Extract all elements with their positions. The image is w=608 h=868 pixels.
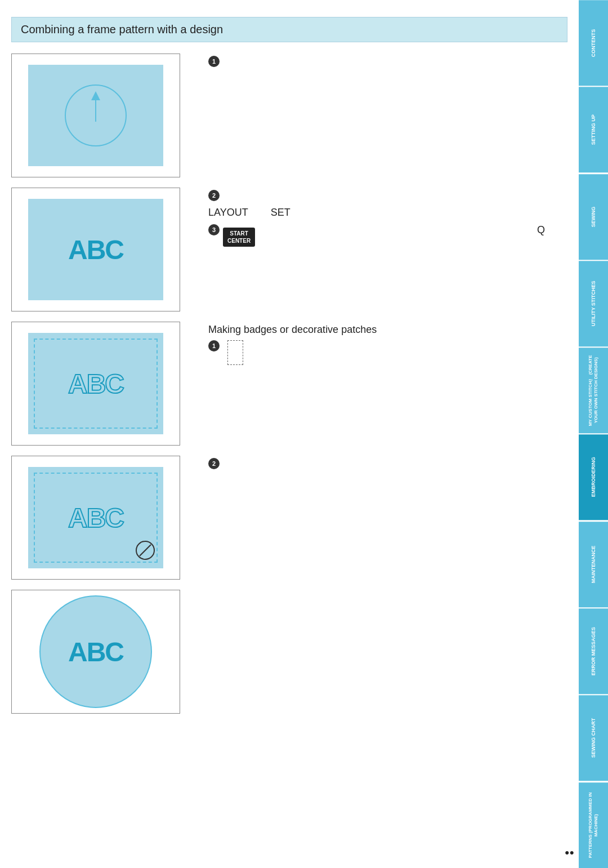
- step-2-number: 2: [208, 190, 220, 201]
- section-3: ABC Making badges or decorative patches …: [11, 322, 567, 446]
- image-col-3: ABC: [11, 322, 191, 446]
- content-col-2: 2 LAYOUT SET 3 STARTCENTER Q: [208, 188, 567, 311]
- main-content: Combining a frame pattern with a design …: [0, 0, 579, 868]
- abc-text-solid: ABC: [68, 234, 123, 265]
- sidebar-tab-sewing[interactable]: SEWING: [579, 174, 608, 260]
- cancel-icon: [135, 540, 155, 560]
- badges-step-1-number: 1: [208, 340, 220, 351]
- image-inner-1: [28, 65, 163, 166]
- sidebar-tab-my-custom-stitch[interactable]: MY CUSTOM STITCH™ (CREATE YOUR OWN STITC…: [579, 348, 608, 433]
- content-col-1: 1: [208, 54, 567, 177]
- page-title: Combining a frame pattern with a design: [11, 17, 567, 42]
- sidebar-tab-maintenance[interactable]: MAINTENANCE: [579, 522, 608, 607]
- image-box-2: ABC: [11, 188, 180, 311]
- section-2: ABC 2 LAYOUT SET 3 STARTCENTER Q: [11, 188, 567, 311]
- content-col-3: Making badges or decorative patches 1: [208, 322, 567, 446]
- svg-line-1: [140, 545, 151, 556]
- page-numbers: ●●: [565, 848, 574, 857]
- image-inner-3: ABC: [28, 333, 163, 434]
- badges-step-1-row: 1: [208, 340, 567, 369]
- sidebar: CONTENTS SETTING UP SEWING UTILITY STITC…: [579, 0, 608, 868]
- image-col-5: ABC: [11, 590, 191, 714]
- step-3-row: 3 STARTCENTER Q: [208, 224, 567, 250]
- small-rect-icon: [227, 340, 243, 365]
- page-num-filled: ●: [565, 848, 569, 857]
- image-box-4: ABC: [11, 456, 180, 580]
- layout-set-row: LAYOUT SET: [208, 207, 567, 219]
- q-label: Q: [537, 224, 545, 236]
- badges-title: Making badges or decorative patches: [208, 324, 567, 336]
- sidebar-tab-sewing-chart[interactable]: SEWING CHART: [579, 695, 608, 781]
- content-col-4: 2: [208, 456, 567, 580]
- section-1: 1: [11, 54, 567, 177]
- step-2-row: 2: [208, 190, 567, 201]
- image-col-2: ABC: [11, 188, 191, 311]
- image-box-3: ABC: [11, 322, 180, 446]
- image-col-1: [11, 54, 191, 177]
- page-num-outline: ●: [570, 848, 574, 857]
- image-box-1: [11, 54, 180, 177]
- circle-frame: [65, 84, 127, 146]
- image-box-5: ABC: [11, 590, 180, 714]
- section-5: ABC: [11, 590, 567, 714]
- content-col-5: [208, 590, 567, 714]
- sidebar-tab-contents[interactable]: CONTENTS: [579, 0, 608, 86]
- image-inner-2: ABC: [28, 199, 163, 300]
- layout-label: LAYOUT: [208, 207, 248, 219]
- start-center-button[interactable]: STARTCENTER: [223, 228, 255, 247]
- set-label: SET: [271, 207, 290, 219]
- step-3-content: STARTCENTER: [223, 228, 255, 247]
- dashed-rect-overlay: [34, 339, 158, 429]
- image-inner-4: ABC: [28, 467, 163, 568]
- badges-step-1-text: [223, 340, 567, 369]
- sidebar-tab-error-messages[interactable]: ERROR MESSAGES: [579, 608, 608, 694]
- circle-abc-image: ABC: [39, 595, 152, 708]
- badges-step-2-row: 2: [208, 458, 567, 469]
- step-1-number: 1: [208, 56, 220, 67]
- section-4: ABC 2: [11, 456, 567, 580]
- step-3-number: 3: [208, 224, 220, 235]
- badges-step-2-number: 2: [208, 458, 220, 469]
- abc-text-circle: ABC: [68, 636, 123, 667]
- image-col-4: ABC: [11, 456, 191, 580]
- sidebar-tab-setting-up[interactable]: SETTING UP: [579, 87, 608, 172]
- sidebar-tab-utility-stitches[interactable]: UTILITY STITCHES: [579, 261, 608, 346]
- sidebar-tab-patterns[interactable]: PATTERNS (PROGRAMMED IN MACHINE): [579, 782, 608, 868]
- step-1-row: 1: [208, 56, 567, 67]
- sidebar-tab-embroidering[interactable]: EMBROIDERING: [579, 434, 608, 520]
- arrow-line-icon: [95, 99, 96, 122]
